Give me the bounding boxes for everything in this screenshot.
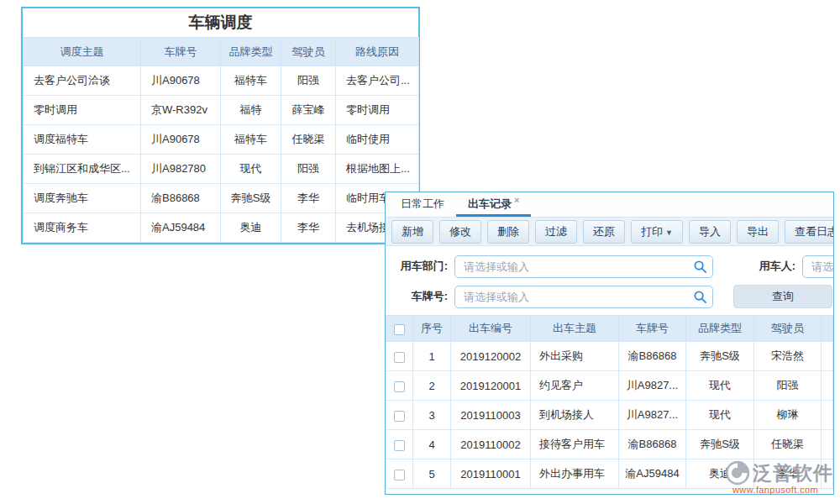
row-checkbox[interactable] xyxy=(394,411,405,422)
plate-link[interactable]: 渝AJ59484 xyxy=(619,459,686,489)
plate-link[interactable]: 川A90678 xyxy=(141,125,221,155)
search-icon[interactable] xyxy=(694,291,706,303)
dept-label: 用车部门: xyxy=(386,259,448,274)
dispatch-subject-link[interactable]: 调度商务车 xyxy=(24,213,141,243)
dept-input[interactable] xyxy=(454,255,713,278)
record-subject-link[interactable]: 外出办事用车 xyxy=(531,459,619,489)
record-code-link[interactable]: 2019110003 xyxy=(451,401,531,430)
driver-link[interactable]: 任晓渠 xyxy=(754,430,822,459)
col-no: 序号 xyxy=(413,316,451,342)
plate-input[interactable] xyxy=(454,286,713,308)
dept-field-wrap xyxy=(454,255,713,278)
plate-link[interactable]: 渝B86868 xyxy=(619,430,686,459)
record-subject-link[interactable]: 到机场接人 xyxy=(531,401,619,430)
chevron-down-icon: ▼ xyxy=(665,228,673,237)
record-subject-link[interactable]: 接待客户用车 xyxy=(531,430,619,459)
query-button[interactable]: 查询 xyxy=(733,285,832,308)
col-driver: 驾驶员 xyxy=(754,316,822,342)
tab-vehicle-record[interactable]: 出车记录× xyxy=(456,192,531,217)
search-icon[interactable] xyxy=(694,260,706,273)
driver-link[interactable]: 阳强 xyxy=(754,371,822,401)
dispatch-table: 调度主题 车牌号 品牌类型 驾驶员 路线原因 去客户公司洽谈 川A90678 福… xyxy=(23,37,419,243)
table-row: 调度福特车 川A90678 福特车 任晓渠 临时使用 xyxy=(24,125,419,155)
filter-button[interactable]: 过滤 xyxy=(535,220,577,244)
plate-label: 车牌号: xyxy=(386,289,448,304)
plate-field-wrap xyxy=(454,286,713,308)
table-row: 3 2019110003 到机场接人 川A9827... 现代 柳琳 xyxy=(386,401,833,430)
vehicle-record-panel: 日常工作 出车记录× 新增 修改 删除 过滤 还原 打印▼ 导入 导出 查看日志… xyxy=(385,192,834,495)
dispatch-subject-link[interactable]: 到锦江区和成华区... xyxy=(24,155,141,184)
plate-link[interactable]: 京W-R392v xyxy=(141,96,221,125)
dispatch-subject-link[interactable]: 去客户公司洽谈 xyxy=(24,66,141,96)
table-row: 调度商务车 渝AJ59484 奥迪 李华 去机场接 xyxy=(24,213,419,243)
no-cell: 5 xyxy=(413,459,451,489)
driver-link[interactable]: 李华 xyxy=(281,184,336,213)
plate-link[interactable]: 川A9827... xyxy=(619,401,686,430)
brand-cell: 奥迪 xyxy=(221,213,281,243)
no-cell: 4 xyxy=(413,430,451,459)
driver-link[interactable]: 薛宝峰 xyxy=(281,96,336,125)
toolbar: 新增 修改 删除 过滤 还原 打印▼ 导入 导出 查看日志 xyxy=(386,218,833,246)
vehicle-dispatch-panel: 车辆调度 调度主题 车牌号 品牌类型 驾驶员 路线原因 去客户公司洽谈 川A90… xyxy=(21,7,420,244)
driver-link[interactable]: 阳强 xyxy=(281,155,336,184)
import-button[interactable]: 导入 xyxy=(689,220,731,244)
print-dropdown-button[interactable]: 打印▼ xyxy=(631,220,683,244)
form-row-2: 车牌号: 查询 xyxy=(386,281,833,312)
brand-cell: 福特 xyxy=(221,96,281,125)
edit-button[interactable]: 修改 xyxy=(439,220,481,244)
plate-link[interactable]: 渝B86868 xyxy=(619,342,686,371)
select-all-checkbox[interactable] xyxy=(394,324,405,335)
add-button[interactable]: 新增 xyxy=(391,220,433,244)
record-table: 序号 出车编号 出车主题 车牌号 品牌类型 驾驶员 1 2019120002 外… xyxy=(386,315,833,489)
panel-title: 车辆调度 xyxy=(23,8,418,37)
plate-link[interactable]: 渝AJ59484 xyxy=(141,213,221,243)
record-code-link[interactable]: 2019120001 xyxy=(451,371,531,401)
record-code-link[interactable]: 2019110002 xyxy=(451,430,531,459)
user-input[interactable] xyxy=(802,255,834,278)
row-checkbox[interactable] xyxy=(394,381,405,392)
dispatch-subject-link[interactable]: 调度奔驰车 xyxy=(24,184,141,213)
dispatch-subject-link[interactable]: 调度福特车 xyxy=(24,125,141,155)
brand-cell: 福特车 xyxy=(221,125,281,155)
col-record-code: 出车编号 xyxy=(451,316,531,342)
select-all-cell xyxy=(386,316,413,342)
reason-cell: 临时使用 xyxy=(336,125,419,155)
record-code-link[interactable]: 2019120002 xyxy=(451,342,531,371)
col-record-subject: 出车主题 xyxy=(531,316,619,342)
no-cell: 3 xyxy=(413,401,451,430)
record-code-link[interactable]: 2019110001 xyxy=(451,459,531,489)
record-subject-link[interactable]: 外出采购 xyxy=(531,342,619,371)
row-checkbox[interactable] xyxy=(394,440,405,451)
no-cell: 2 xyxy=(413,371,451,401)
plate-link[interactable]: 川A9827... xyxy=(619,371,686,401)
restore-button[interactable]: 还原 xyxy=(583,220,625,244)
record-subject-link[interactable]: 约见客户 xyxy=(531,371,619,401)
brand-cell: 奔驰S级 xyxy=(221,184,281,213)
row-checkbox[interactable] xyxy=(394,470,405,480)
plate-link[interactable]: 渝B86868 xyxy=(141,184,221,213)
view-log-button[interactable]: 查看日志 xyxy=(785,220,834,244)
plate-link[interactable]: 川A982780 xyxy=(141,155,221,184)
brand-cell: 奔驰S级 xyxy=(686,342,754,371)
driver-link[interactable]: 任晓渠 xyxy=(281,125,336,155)
driver-link[interactable]: 李华 xyxy=(281,213,336,243)
driver-link[interactable]: 宋浩然 xyxy=(754,342,822,371)
close-icon[interactable]: × xyxy=(514,195,519,205)
plate-link[interactable]: 川A90678 xyxy=(141,66,221,96)
col-extra xyxy=(822,316,833,342)
brand-cell: 奥迪 xyxy=(686,459,754,489)
driver-link[interactable]: 李华 xyxy=(754,459,822,489)
dispatch-subject-link[interactable]: 零时调用 xyxy=(24,96,141,125)
reason-cell: 根据地图上... xyxy=(336,155,419,184)
search-form: 用车部门: 用车人: 车牌号: 查询 xyxy=(386,246,833,315)
driver-link[interactable]: 柳琳 xyxy=(754,401,822,430)
user-field-wrap xyxy=(802,255,834,278)
tab-bar: 日常工作 出车记录× xyxy=(386,192,833,218)
tab-daily-work[interactable]: 日常工作 xyxy=(389,192,456,217)
row-checkbox[interactable] xyxy=(394,352,405,363)
table-row: 零时调用 京W-R392v 福特 薛宝峰 零时调用 xyxy=(24,96,419,125)
col-brand: 品牌类型 xyxy=(686,316,754,342)
export-button[interactable]: 导出 xyxy=(737,220,779,244)
delete-button[interactable]: 删除 xyxy=(487,220,529,244)
driver-link[interactable]: 阳强 xyxy=(281,66,336,96)
